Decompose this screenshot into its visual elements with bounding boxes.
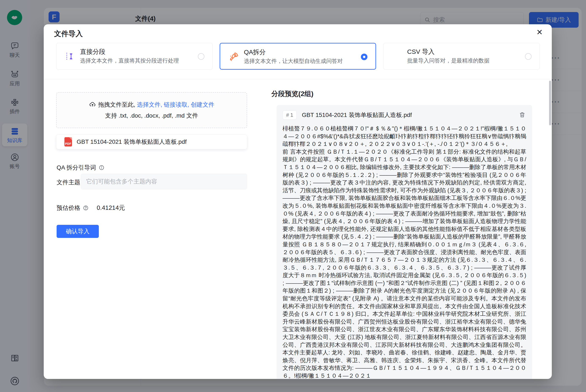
uploaded-file-item[interactable]: PDF GBT 15104-2021 装饰单板贴面人造板.pdf: [56, 134, 247, 149]
mode-desc: 批量导入问答对，是最精准的数据: [407, 57, 489, 64]
mode-direct-segment[interactable]: 直接分段 选择文本文件，直接将其按分段进行处理: [56, 43, 213, 70]
mode-title: CSV 导入: [407, 48, 435, 56]
price-label: 预估价格: [57, 204, 80, 212]
chunk-index-badge: # 1: [283, 110, 297, 120]
mode-title: QA拆分: [244, 48, 266, 56]
drop-prefix: 拖拽文件至此,: [98, 101, 137, 108]
chunk-paragraph: 前 言本文件按照 ＧＢ/Ｔ１.１—２０２０《标准化工作导则 第１部分: 标准化文…: [283, 148, 526, 379]
price-value: 0.41214元: [97, 204, 125, 212]
mode-desc: 选择文本文件，直接将其按分段进行处理: [80, 57, 179, 64]
preview-chunk-card: # 1 GBT 15104-2021 装饰单板贴面人造板.pdf 棑植聱７９.０…: [277, 105, 532, 379]
chunk-text: 棑植聱７９.０６０植植聱棡７０!"＃＄％＆''()＊椵棡/徶１５１０４—２０２１…: [283, 125, 526, 379]
radio-unselected-icon[interactable]: [198, 53, 204, 60]
radio-selected-icon[interactable]: [361, 54, 367, 60]
preview-title: 分段预览(2组): [271, 89, 313, 98]
screen: F 文件(4) 新建/导入 ⋯ ⋯ ⋯: [0, 0, 586, 392]
modal-title: 文件导入: [54, 29, 83, 39]
mode-title: 直接分段: [80, 48, 105, 56]
csv-file-icon: CSV: [391, 51, 403, 62]
qa-prompt-label: QA 拆分引导词: [57, 164, 96, 172]
confirm-import-button[interactable]: 确认导入: [57, 225, 99, 238]
dropzone-text: 拖拽文件至此, 选择文件, 链接读取, 创建文件: [57, 101, 247, 109]
question-icon[interactable]: [83, 205, 89, 211]
mode-qa-split[interactable]: QA拆分 选择文本文件，让大模型自动生成问答对: [220, 43, 376, 70]
rocket-icon: [228, 51, 240, 62]
link-separator: ,: [188, 101, 191, 108]
pdf-badge-label: PDF: [65, 142, 72, 146]
trash-icon[interactable]: [519, 111, 526, 118]
topic-input[interactable]: [81, 174, 247, 189]
chunk-paragraph: 棑植聱７９.０６０植植聱棡７０!"＃＄％＆''()＊椵棡/徶１５１０４—２０２１…: [283, 125, 526, 148]
file-dropzone[interactable]: 拖拽文件至此, 选择文件, 链接读取, 创建文件 支持 .txt, .doc, …: [56, 92, 247, 128]
link-separator: ,: [161, 101, 164, 108]
topic-label: 文件主题: [57, 178, 80, 186]
segment-icon: [65, 51, 76, 62]
scrollbar-thumb[interactable]: [549, 81, 551, 126]
chunk-file-name: GBT 15104-2021 装饰单板贴面人造板.pdf: [302, 111, 412, 119]
radio-unselected-icon[interactable]: [525, 53, 531, 60]
upload-cloud-icon: [89, 101, 96, 108]
link-read-link[interactable]: 链接读取: [164, 101, 188, 108]
choose-file-link[interactable]: 选择文件: [137, 101, 161, 108]
info-icon[interactable]: [99, 165, 105, 170]
supported-formats: 支持 .txt, .doc, .docx, .pdf, .md 文件: [57, 112, 247, 120]
close-icon[interactable]: ✕: [534, 27, 545, 38]
mode-csv-import[interactable]: CSV CSV 导入 批量导入问答对，是最精准的数据: [383, 43, 540, 70]
mode-desc: 选择文本文件，让大模型自动生成问答对: [244, 58, 343, 65]
pdf-file-icon: PDF: [65, 137, 72, 146]
create-file-link[interactable]: 创建文件: [191, 101, 214, 108]
uploaded-file-name: GBT 15104-2021 装饰单板贴面人造板.pdf: [77, 138, 187, 146]
file-import-modal: 文件导入 ✕ 直接分段 选择文本文件，直接将其按分段进行处理: [44, 24, 552, 379]
